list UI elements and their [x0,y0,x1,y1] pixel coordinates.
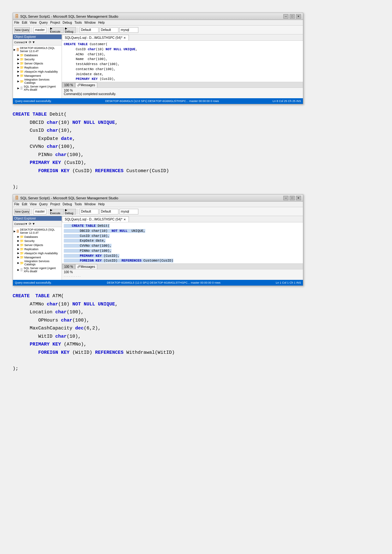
msg-icon-1: 🗪 [77,83,81,87]
default-dropdown-2[interactable]: Default [100,27,118,33]
ha-expand-icon: ▶ [17,70,19,73]
expand-icon-2: ▶ [14,230,15,233]
maximize-button-2[interactable]: □ [290,196,295,200]
database-dropdown-2[interactable]: master [33,209,46,214]
oe-sec-node-2[interactable]: ▶ 📁 Security [14,239,61,243]
close-button-1[interactable]: ✕ [296,14,301,19]
menu-edit-1[interactable]: Edit [22,21,27,24]
oe-mgmt-node-2[interactable]: ▶ 📁 Management [14,255,61,259]
minimize-button-1[interactable]: ─ [283,14,288,19]
selected-line-3: CusID char(10), [64,234,110,238]
menu-tools-2[interactable]: Tools [75,202,82,206]
maximize-button-1[interactable]: □ [290,14,295,19]
is-icon: 📁 [20,80,24,83]
menu-tools-1[interactable]: Tools [75,21,82,24]
window-controls-1[interactable]: ─ □ ✕ [283,14,301,19]
menu-edit-2[interactable]: Edit [22,202,27,206]
default-dropdown-4[interactable]: Default [100,209,118,214]
tab-close-1[interactable]: ✕ [124,36,126,39]
title-text-2: SQL Server Script1 - Microsoft SQL Serve… [20,196,118,200]
oe-refresh-btn[interactable]: ⟳ [29,40,31,44]
debug-btn-2[interactable]: ▶ Debug [65,209,76,214]
menu-file-1[interactable]: File [14,21,19,24]
menu-view-2[interactable]: View [30,202,37,206]
oe-replication-node[interactable]: ▶ 📁 Replication [14,65,61,69]
oe-filter-btn[interactable]: ▼ [32,40,35,44]
oe-tree-1: ▶ 🗄 DESKTOP-6G6MGL5 (SQL Server 12.0.4T … [13,45,62,92]
default-dropdown-3[interactable]: Default [80,209,99,214]
oe-agent-node-2[interactable]: ▶ 🗄 SQL Server Agent (Agent XPs disabl [14,266,61,273]
mysql-dropdown-1[interactable]: mysql [119,27,138,33]
oe-db-node-2[interactable]: ▶ 📁 Databases [14,235,61,239]
menu-window-1[interactable]: Window [84,21,96,24]
new-query-btn-1[interactable]: New Query [14,27,30,33]
minimize-button-2[interactable]: ─ [283,196,288,200]
oe-is-node[interactable]: ▶ 📁 Integration Services Catalogs [14,78,61,85]
server-icon: 🗄 [16,48,19,51]
sec-expand-icon: ▶ [17,58,19,61]
close-button-2[interactable]: ✕ [296,196,301,200]
oe-serverobj-node[interactable]: ▶ 📁 Server Objects [14,61,61,65]
menu-view-1[interactable]: View [30,21,37,24]
menu-help-2[interactable]: Help [98,202,105,206]
oe-server-node-2[interactable]: ▶ 🗄 DESKTOP-6G6MGL5 (SQL Server 12.0.4T [14,228,61,235]
query-tabs-1: SQLQuery1.sql - D...\MGLSTHSPC (54)* ✕ [62,34,303,41]
query-content-2[interactable]: CREATE TABLE Debit( DBCID char(10) NOT N… [62,222,303,263]
results-tabs-1: 100 % 🗪 Messages [62,82,303,88]
execute-btn-1[interactable]: ▶ Execute [50,27,64,33]
sql-create-1: CREATE [64,42,76,46]
menu-help-1[interactable]: Help [98,21,105,24]
oe-connect-btn[interactable]: Connect▼ [14,41,28,44]
body-1: Object Explorer Connect▼ ⟳ ▼ ▶ 🗄 DESKTOP… [13,34,303,104]
menu-file-2[interactable]: File [14,202,19,206]
ssms-window-2: 🗄 SQL Server Script1 - Microsoft SQL Ser… [13,194,303,286]
menu-debug-2[interactable]: Debug [63,202,72,206]
debug-btn-1[interactable]: ▶ Debug [65,27,76,33]
menubar-2: File Edit View Query Project Debug Tools… [13,202,303,207]
oe-security-node[interactable]: ▶ 📁 Security [14,57,61,61]
oe-connect-btn-2[interactable]: Connect▼ [14,222,28,226]
default-dropdown-1[interactable]: Default [80,27,99,33]
dots-line: . . . . . . . . . . [64,274,301,277]
query-content-1[interactable]: CREATE TABLE Customer( CusID char(10) NO… [62,41,303,82]
selected-line-6: PINNo char(100), [64,249,112,253]
database-dropdown-1[interactable]: master [33,27,46,33]
sql-table-1: TABLE [78,42,88,46]
tab-close-2[interactable]: ✕ [124,218,126,221]
menu-query-2[interactable]: Query [39,202,48,206]
menu-query-1[interactable]: Query [39,21,48,24]
menu-project-1[interactable]: Project [50,21,60,24]
sep-4 [32,209,32,214]
oe-server-node[interactable]: ▶ 🗄 DESKTOP-6G6MGL5 (SQL Server 12.0.4T [14,46,61,53]
menu-debug-1[interactable]: Debug [63,21,72,24]
oe-ha-node-2[interactable]: ▶ 📁 AlwaysOn High Availability [14,251,61,255]
oe-filter-btn-2[interactable]: ▼ [32,222,35,226]
percent-line-2: 100 % [64,270,301,274]
oe-sobj-node-2[interactable]: ▶ 📁 Server Objects [14,243,61,247]
query-tab-active-2[interactable]: SQLQuery1.sql - D...\MGLSTHSPC (54)* ✕ [62,216,129,222]
new-query-btn-2[interactable]: New Query [14,209,30,214]
oe-header-2: Object Explorer [13,216,62,221]
titlebar-2: 🗄 SQL Server Script1 - Microsoft SQL Ser… [13,195,303,202]
oe-agent-node[interactable]: ▶ 🗄 SQL Server Agent (Agent XPs disabl [14,85,61,92]
mysql-dropdown-2[interactable]: mysql [119,209,138,214]
oe-is-node-2[interactable]: ▶ 📁 Integration Services Catalogs [14,259,61,266]
oe-refresh-btn-2[interactable]: ⟳ [29,222,31,226]
menu-project-2[interactable]: Project [50,202,60,206]
oe-databases-node[interactable]: ▶ 📁 Databases [14,53,61,57]
messages-tab-1[interactable]: 🗪 Messages [75,82,97,87]
execute-btn-2[interactable]: ▶ Execute [50,209,64,214]
window-controls-2[interactable]: ─ □ ✕ [283,196,301,200]
menu-window-2[interactable]: Window [84,202,96,206]
server-icon-2: 🗄 [16,230,19,233]
oe-toolbar-2: Connect▼ ⟳ ▼ [13,221,62,227]
oe-rep-node-2[interactable]: ▶ 📁 Replication [14,247,61,251]
query-tabs-2: SQLQuery1.sql - D...\MGLSTHSPC (54)* ✕ [62,216,303,222]
oe-ha-node[interactable]: ▶ 📁 AlwaysOn High Availability [14,69,61,74]
oe-toolbar-1: Connect▼ ⟳ ▼ [13,39,62,45]
oe-mgmt-node[interactable]: ▶ 📁 Management [14,74,61,78]
query-tab-active-1[interactable]: SQLQuery1.sql - D...\MGLSTHSPC (54)* ✕ [62,35,129,40]
sep-1 [32,27,32,33]
server-label-2: DESKTOP-6G6MGL5 (SQL Server 12.0.4T [20,228,61,234]
messages-tab-2[interactable]: 🗪 Messages [75,264,97,269]
